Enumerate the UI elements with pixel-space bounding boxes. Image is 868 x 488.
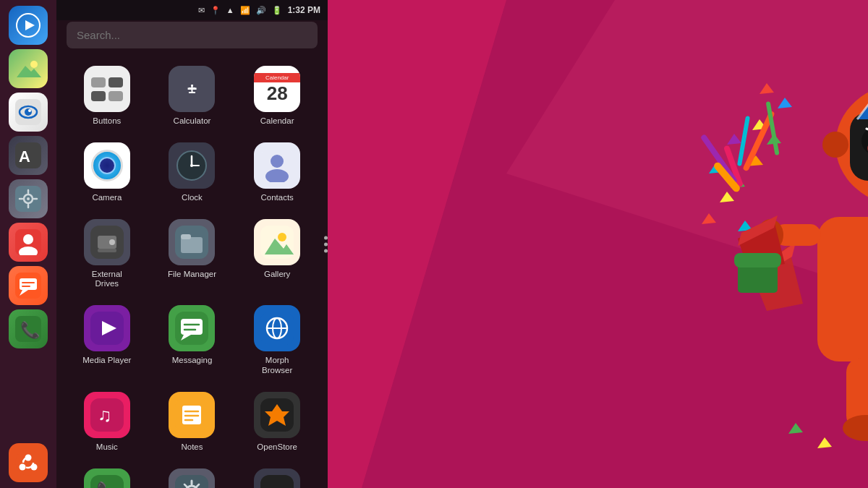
app-media-player[interactable]: Media Player — [67, 299, 148, 382]
sidebar: A — [0, 0, 56, 488]
app-label-buttons: Buttons — [93, 116, 121, 127]
app-icon-morph — [254, 305, 300, 351]
app-icon-openstore — [254, 392, 300, 438]
svg-point-161 — [25, 108, 32, 116]
app-launcher: Buttons ÷ ± Calculator Calendar 28 Cal — [56, 0, 328, 488]
svg-point-65 — [822, 132, 848, 158]
svg-rect-85 — [738, 260, 778, 293]
app-buttons[interactable]: Buttons — [67, 60, 148, 132]
app-icon-clock — [169, 142, 215, 189]
app-label-music: Music — [96, 442, 118, 453]
app-clock[interactable]: Clock — [152, 137, 233, 209]
app-gallery[interactable]: Gallery — [237, 213, 318, 296]
svg-rect-45 — [850, 112, 868, 181]
app-terminal[interactable]: >_ Terminal — [237, 463, 318, 488]
svg-line-59 — [854, 65, 868, 123]
sidebar-item-eye[interactable] — [9, 93, 48, 132]
app-label-file-manager: File Manager — [168, 270, 216, 280]
svg-rect-99 — [181, 237, 203, 253]
app-label-messaging: Messaging — [172, 356, 213, 366]
app-calculator[interactable]: ÷ ± Calculator — [152, 60, 233, 132]
sidebar-item-ubuntu-home[interactable] — [9, 443, 48, 482]
wifi-icon: 📶 — [240, 6, 250, 15]
location-icon: 📍 — [210, 6, 221, 15]
svg-marker-155 — [25, 20, 35, 30]
app-system-settings[interactable]: System Settings — [152, 463, 233, 488]
svg-text:A: A — [19, 147, 30, 166]
svg-marker-6 — [727, 134, 741, 145]
app-phone[interactable]: 📞 Phone — [67, 463, 148, 488]
svg-rect-86 — [734, 253, 781, 267]
svg-marker-9 — [778, 98, 792, 108]
app-icon-buttons — [84, 66, 130, 112]
svg-line-55 — [857, 58, 868, 119]
sidebar-item-address[interactable] — [9, 223, 48, 262]
sidebar-item-font[interactable]: A — [9, 136, 48, 175]
svg-marker-7 — [752, 119, 767, 130]
svg-rect-37 — [712, 161, 741, 194]
app-icon-system-settings — [169, 468, 215, 488]
svg-marker-20 — [788, 423, 803, 434]
svg-rect-97 — [98, 249, 116, 252]
app-label-openstore: OpenStore — [257, 442, 297, 453]
dot-2 — [324, 242, 328, 246]
svg-point-81 — [843, 415, 868, 441]
battery-icon: 🔋 — [272, 6, 282, 15]
svg-marker-0 — [738, 221, 752, 231]
svg-marker-41 — [752, 246, 803, 311]
svg-point-96 — [109, 239, 115, 245]
app-icon-phone: 📞 — [84, 468, 130, 488]
svg-point-44 — [835, 83, 868, 206]
app-camera[interactable]: Camera — [67, 137, 148, 209]
app-openstore[interactable]: OpenStore — [237, 386, 318, 458]
sidebar-item-messaging[interactable] — [9, 266, 48, 305]
svg-text:>_: >_ — [266, 484, 281, 488]
svg-point-157 — [30, 61, 38, 68]
app-calendar[interactable]: Calendar 28 Calendar — [237, 60, 318, 132]
app-icon-messaging — [169, 305, 215, 351]
sidebar-item-phone[interactable]: 📞 — [9, 309, 48, 348]
svg-rect-33 — [700, 134, 738, 184]
dots-menu[interactable] — [324, 236, 865, 252]
app-notes[interactable]: Notes — [152, 386, 233, 458]
app-file-manager[interactable]: File Manager — [152, 213, 233, 296]
svg-rect-79 — [846, 358, 868, 430]
mail-icon: ✉ — [198, 6, 205, 15]
status-bar: ✉ 📍 ▲ 📶 🔊 🔋 1:32 PM — [56, 0, 328, 20]
svg-marker-8 — [767, 134, 781, 145]
svg-rect-108 — [181, 319, 203, 335]
svg-rect-176 — [20, 278, 37, 290]
svg-point-173 — [23, 234, 33, 244]
app-icon-file-manager — [169, 219, 215, 265]
app-contacts[interactable]: Contacts — [237, 137, 318, 209]
app-icon-calendar: Calendar 28 — [254, 66, 300, 112]
volume-icon: 🔊 — [256, 6, 266, 15]
sidebar-item-media[interactable] — [9, 6, 48, 45]
svg-text:📞: 📞 — [20, 320, 41, 340]
svg-point-46 — [861, 127, 868, 155]
search-container — [67, 22, 318, 48]
app-icon-media-player — [84, 305, 130, 351]
svg-marker-4 — [709, 163, 723, 174]
svg-point-92 — [271, 155, 284, 168]
app-external-drives[interactable]: External Drives — [67, 213, 148, 296]
svg-marker-58 — [857, 58, 868, 119]
svg-point-184 — [20, 464, 26, 471]
svg-line-61 — [846, 72, 868, 130]
svg-marker-3 — [731, 177, 745, 188]
search-input[interactable] — [67, 22, 318, 48]
dot-1 — [324, 236, 328, 239]
sidebar-item-settings[interactable] — [9, 179, 48, 218]
app-messaging[interactable]: Messaging — [152, 299, 233, 382]
svg-marker-54 — [857, 58, 868, 119]
svg-point-102 — [278, 233, 286, 241]
app-icon-terminal: >_ — [254, 468, 300, 488]
svg-text:📞: 📞 — [96, 481, 122, 488]
svg-point-182 — [15, 450, 41, 476]
app-label-ext-drives: External Drives — [92, 270, 122, 290]
app-icon-calculator: ÷ ± — [169, 66, 215, 112]
app-morph-browser[interactable]: Morph Browser — [237, 299, 318, 382]
app-music[interactable]: ♫ Music — [67, 386, 148, 458]
sidebar-item-landscape[interactable] — [9, 49, 48, 88]
svg-point-167 — [27, 197, 30, 200]
